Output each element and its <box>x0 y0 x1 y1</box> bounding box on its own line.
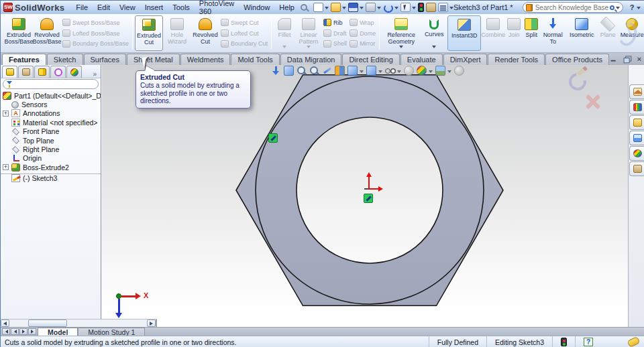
doc-restore-button[interactable] <box>624 56 631 62</box>
open-button[interactable] <box>331 3 341 12</box>
help-dropdown[interactable] <box>637 7 641 11</box>
revolved-boss-base-button[interactable]: Revolved Boss/Base <box>33 15 61 51</box>
scrollbar-thumb[interactable] <box>28 320 67 327</box>
shadows-icon[interactable] <box>404 66 414 76</box>
tab-weldments[interactable]: Weldments <box>180 54 231 65</box>
plane-button[interactable]: Plane <box>598 15 618 51</box>
expand-toggle[interactable]: + <box>3 164 9 170</box>
help-button[interactable]: ? <box>630 3 635 11</box>
tab-evaluate[interactable]: Evaluate <box>400 54 443 65</box>
menu-edit[interactable]: Edit <box>93 2 115 13</box>
tab-dimxpert[interactable]: DimXpert <box>443 54 488 65</box>
extruded-boss-base-button[interactable]: Extruded Boss/Base <box>5 15 33 51</box>
tree-filter-box[interactable] <box>3 79 99 89</box>
dome-button[interactable]: Dome <box>350 28 376 39</box>
linear-pattern-dropdown[interactable] <box>307 46 311 50</box>
search-input[interactable] <box>535 4 610 11</box>
linear-pattern-button[interactable]: Linear Pattern <box>295 15 322 51</box>
file-explorer-tab[interactable] <box>629 115 644 130</box>
tree-item-part1[interactable]: Part1 (Default<<Default>_Displa <box>1 91 101 100</box>
save-dropdown[interactable] <box>360 7 364 11</box>
first-tab-button[interactable] <box>2 328 10 335</box>
tab-direct-editing[interactable]: Direct Editing <box>342 54 399 65</box>
boundary-cut-button[interactable]: Boundary Cut <box>221 38 268 49</box>
tree-item-boss-extrude2[interactable]: + Boss-Extrude2 <box>1 163 101 171</box>
tab-render-tools[interactable]: Render Tools <box>488 54 545 65</box>
menu-help[interactable]: Help <box>274 2 299 13</box>
scene-dropdown[interactable] <box>447 70 451 75</box>
combine-button[interactable]: Combine <box>481 15 505 51</box>
instant3d-button[interactable]: Instant3D <box>447 15 481 51</box>
scroll-right-button[interactable] <box>147 320 156 327</box>
tree-item-right-plane[interactable]: Right Plane <box>1 145 101 153</box>
tree-item-material[interactable]: Material <not specified> <box>1 118 101 127</box>
tree-item-front-plane[interactable]: Front Plane <box>1 127 101 136</box>
featuremanager-tree-tab[interactable] <box>2 66 17 78</box>
fillet-dropdown[interactable] <box>282 46 286 50</box>
new-document-dropdown[interactable] <box>325 7 329 11</box>
menu-window[interactable]: Window <box>239 2 274 13</box>
tab-sketch[interactable]: Sketch <box>47 54 83 65</box>
tree-item-top-plane[interactable]: Top Plane <box>1 136 101 145</box>
sketch-relation-badge-edge[interactable] <box>268 133 278 143</box>
last-tab-button[interactable] <box>28 328 36 335</box>
edit-appearance-icon[interactable] <box>417 66 427 76</box>
print-button[interactable] <box>366 3 376 12</box>
displaymanager-tab[interactable] <box>66 66 82 78</box>
cancel-sketch-icon[interactable] <box>584 93 601 111</box>
extruded-cut-button[interactable]: Extruded Cut <box>135 15 163 51</box>
motion-study-tab[interactable]: Motion Study 1 <box>78 328 145 336</box>
select-dropdown[interactable] <box>412 7 416 11</box>
filter-wand-icon[interactable] <box>322 66 332 76</box>
display-style-icon[interactable] <box>366 66 376 76</box>
mirror-button[interactable]: Mirror <box>350 38 376 49</box>
configurationmanager-tab[interactable] <box>34 66 50 78</box>
doc-close-button[interactable]: × <box>637 56 644 62</box>
zoom-to-area-icon[interactable] <box>297 66 307 76</box>
menu-pin-icon[interactable] <box>301 4 307 11</box>
open-dropdown[interactable] <box>342 7 346 11</box>
menu-tools[interactable]: Tools <box>168 2 195 13</box>
rebuild-status-icon[interactable] <box>561 338 567 346</box>
tab-office-products[interactable]: Office Products <box>545 54 609 65</box>
hide-show-items-icon[interactable] <box>385 66 395 76</box>
lofted-cut-button[interactable]: Lofted Cut <box>221 28 268 39</box>
join-button[interactable]: Join <box>505 15 523 51</box>
rebuild-button[interactable] <box>418 3 424 12</box>
view-settings-icon[interactable] <box>454 66 464 76</box>
design-library-tab[interactable] <box>629 100 644 115</box>
file-properties-button[interactable] <box>426 3 436 12</box>
quick-tip-help-icon[interactable]: ? <box>584 338 593 346</box>
normal-to-button[interactable]: Normal To <box>540 15 566 51</box>
custom-properties-tab[interactable] <box>629 161 644 176</box>
hide-show-dropdown[interactable] <box>397 70 401 75</box>
hole-wizard-button[interactable]: Hole Wizard <box>163 15 191 51</box>
swept-boss-base-button[interactable]: Swept Boss/Base <box>62 17 129 28</box>
select-button[interactable] <box>400 3 411 12</box>
swept-cut-button[interactable]: Swept Cut <box>221 17 268 28</box>
options-button[interactable] <box>438 3 448 12</box>
undo-button[interactable] <box>383 3 393 12</box>
quick-tips-toggle-icon[interactable] <box>627 336 640 347</box>
tree-item-sensors[interactable]: Sensors <box>1 100 101 109</box>
revolved-cut-button[interactable]: Revolved Cut <box>191 15 219 51</box>
doc-minimize-button[interactable] <box>610 56 618 62</box>
propertymanager-tab[interactable] <box>18 66 34 78</box>
search-icon[interactable] <box>610 5 614 10</box>
reference-geometry-button[interactable]: Reference Geometry <box>382 15 421 51</box>
tab-features[interactable]: Features <box>2 54 46 65</box>
menu-file[interactable]: File <box>71 2 93 13</box>
wrap-button[interactable]: Wrap <box>350 17 376 28</box>
shell-button[interactable]: Shell <box>323 38 347 49</box>
fillet-button[interactable]: Fillet <box>274 15 295 51</box>
print-dropdown[interactable] <box>377 7 381 11</box>
save-button[interactable] <box>348 3 358 12</box>
tree-item-annotations[interactable]: + A Annotations <box>1 109 101 118</box>
rib-button[interactable]: Rib <box>323 17 347 28</box>
reference-geometry-dropdown[interactable] <box>399 46 403 50</box>
view-palette-tab[interactable] <box>629 131 644 145</box>
scroll-left-button[interactable] <box>1 320 9 327</box>
knowledge-base-search[interactable] <box>523 2 623 13</box>
curves-button[interactable]: Curves <box>421 15 447 51</box>
boundary-boss-base-button[interactable]: Boundary Boss/Base <box>62 38 129 49</box>
